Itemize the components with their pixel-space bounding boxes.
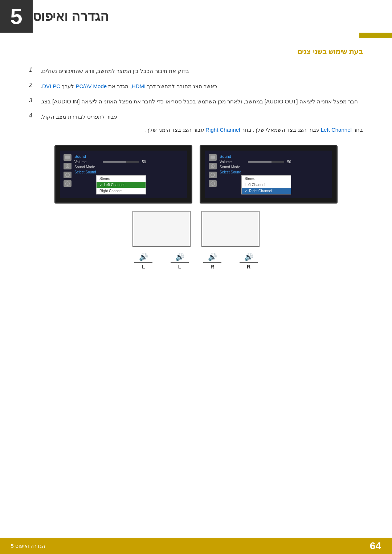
instruction-2-number: 2 — [29, 82, 36, 89]
left-channel-highlight: Left Channel — [321, 127, 352, 133]
footer: 64 הגדרה ואיפוס 5 — [0, 538, 392, 554]
osd-left-volume-label: Volume — [74, 160, 100, 164]
osd-left-title: Sound — [74, 154, 146, 159]
diagram-left: 🔊 L 🔊 L — [132, 211, 191, 270]
svg-rect-8 — [212, 159, 213, 160]
footer-page-number: 64 — [370, 540, 381, 552]
diagram-right-box — [201, 211, 260, 247]
right-channel-highlight: Right Channel — [205, 127, 240, 133]
speaker-right-2: 🔊 R — [240, 253, 258, 270]
svg-point-4 — [66, 173, 70, 177]
speaker-left-2-label: L — [178, 264, 181, 270]
osd-left-stereo: Stereo — [97, 176, 146, 182]
osd-right-soundmode-label: Sound Mode — [220, 165, 245, 169]
osd-right-left-channel: Left Channel — [242, 182, 291, 188]
chapter-title-area: הגדרה ואיפוס — [33, 0, 392, 33]
instruction-4-number: 4 — [29, 112, 36, 121]
speaker-left-1: 🔊 L — [134, 253, 152, 270]
corner-accent — [359, 33, 392, 38]
instruction-1: בדוק את חיבור הכבל בין המוצר למחשב, וודא… — [29, 67, 363, 75]
speaker-left-1-symbol: 🔊 — [139, 253, 148, 261]
osd-left-left-channel: ✓ Left Channel — [97, 182, 146, 188]
header: הגדרה ואיפוס 5 — [0, 0, 392, 33]
osd-right-dropdown: Stereo Left Channel ✓ Right Channel — [241, 175, 291, 194]
instruction-3: חבר מפצל אוזנייה ליציאה [AUDIO OUT] במחש… — [29, 97, 363, 106]
speaker-left-1-label: L — [142, 264, 145, 270]
cable-left-1 — [134, 262, 152, 263]
screenshots-row: i Sound Volume 50 — [29, 145, 363, 204]
instruction-4: עבור לתפריט לבחירת מצב הקול. 4 בחר Left … — [29, 112, 363, 134]
info-icon-r: i — [210, 181, 215, 186]
monitor-right-icon-4: i — [209, 180, 217, 187]
osd-left-selectsound-row: Select Sound — [74, 170, 146, 174]
svg-text:i: i — [212, 182, 213, 185]
osd-left-selectsound-label: Select Sound — [74, 170, 100, 174]
instruction-2: כאשר הצג מחובר למחשב דרך HDMI, הגדר את P… — [29, 82, 363, 91]
settings-icon — [65, 164, 70, 169]
osd-left-slider-fill — [103, 161, 126, 163]
instructions-list: בדוק את חיבור הכבל בין המוצר למחשב, וודא… — [29, 67, 363, 134]
monitor-right-icons: i — [209, 154, 217, 187]
instruction-3-number: 3 — [29, 97, 36, 104]
instruction-2-text: כאשר הצג מחובר למחשב דרך HDMI, הגדר את P… — [41, 82, 217, 91]
gear-icon — [65, 172, 70, 177]
osd-right-title: Sound — [220, 154, 291, 159]
osd-right-slider-fill — [248, 161, 271, 163]
osd-left-menu: Sound Volume 50 Sound Mode Selec — [74, 154, 146, 194]
checkmark-icon: ✓ — [99, 183, 102, 187]
diagram-left-connectors: 🔊 L 🔊 L — [134, 253, 189, 270]
monitor-right-screen: i Sound Volume 50 — [205, 151, 332, 198]
monitor-icon-3 — [64, 172, 72, 178]
hdmi-highlight: HDMI — [132, 83, 146, 89]
tv-icon — [65, 155, 70, 160]
cable-left-2 — [171, 262, 189, 263]
svg-rect-7 — [211, 156, 215, 159]
osd-right-menu: Sound Volume 50 Sound Mode Selec — [220, 154, 291, 194]
instruction-4-detail: בחר Left Channel עבור הצג בצד השמאלי שלך… — [145, 127, 363, 133]
osd-right-selectsound-row: Select Sound — [220, 170, 291, 174]
instruction-1-number: 1 — [29, 67, 36, 73]
instruction-1-text: בדוק את חיבור הכבל בין המוצר למחשב, וודא… — [41, 67, 189, 75]
speaker-left-2: 🔊 L — [171, 253, 189, 270]
monitor-icon-4: i — [64, 180, 72, 187]
monitor-left-icons: i — [64, 154, 72, 187]
instruction-4-main: עבור לתפריט לבחירת מצב הקול. — [41, 112, 117, 121]
main-content: בעת שימוש בשני צגים בדוק את חיבור הכבל ב… — [0, 33, 392, 284]
speaker-right-1-label: R — [211, 264, 214, 270]
chapter-title: הגדרה ואיפוס — [33, 9, 109, 24]
footer-text: הגדרה ואיפוס 5 — [11, 543, 45, 549]
cable-right-2 — [240, 262, 258, 263]
pcav-highlight: PC/AV Mode — [76, 83, 107, 89]
osd-left-volume-row: Volume 50 — [74, 160, 146, 164]
chapter-number: 5 — [0, 0, 33, 33]
monitor-icon-1 — [64, 154, 72, 161]
speaker-right-1: 🔊 R — [203, 253, 221, 270]
monitor-right-icon-3 — [209, 172, 217, 178]
monitor-right-icon-1 — [209, 154, 217, 161]
speaker-right-1-symbol: 🔊 — [208, 253, 217, 261]
settings-icon-r — [210, 164, 215, 169]
diagram-right: 🔊 R 🔊 R — [201, 211, 260, 270]
monitor-left: i Sound Volume 50 — [54, 145, 192, 204]
osd-right-right-channel: ✓ Right Channel — [242, 188, 291, 194]
svg-point-10 — [212, 165, 213, 167]
svg-point-3 — [67, 165, 68, 167]
monitor-right-icon-2 — [209, 163, 217, 169]
diagram-right-connectors: 🔊 R 🔊 R — [203, 253, 258, 270]
osd-left-slider — [103, 161, 139, 163]
osd-right-stereo: Stereo — [242, 176, 291, 182]
osd-left-soundmode-label: Sound Mode — [74, 165, 100, 169]
monitor-left-screen: i Sound Volume 50 — [60, 151, 187, 198]
section-title: בעת שימוש בשני צגים — [29, 47, 363, 56]
osd-right-slider — [248, 161, 284, 163]
info-icon: i — [65, 181, 70, 186]
cable-right-1 — [203, 262, 221, 263]
osd-left-soundmode-row: Sound Mode — [74, 165, 146, 169]
instruction-3-text: חבר מפצל אוזנייה ליציאה [AUDIO OUT] במחש… — [41, 97, 358, 106]
svg-rect-1 — [66, 159, 68, 160]
osd-left-dropdown: Stereo ✓ Left Channel Right Channel — [96, 175, 146, 194]
osd-left-volume-value: 50 — [142, 160, 146, 164]
diagram-left-box — [132, 211, 191, 247]
monitor-right: i Sound Volume 50 — [200, 145, 338, 204]
osd-right-volume-label: Volume — [220, 160, 245, 164]
